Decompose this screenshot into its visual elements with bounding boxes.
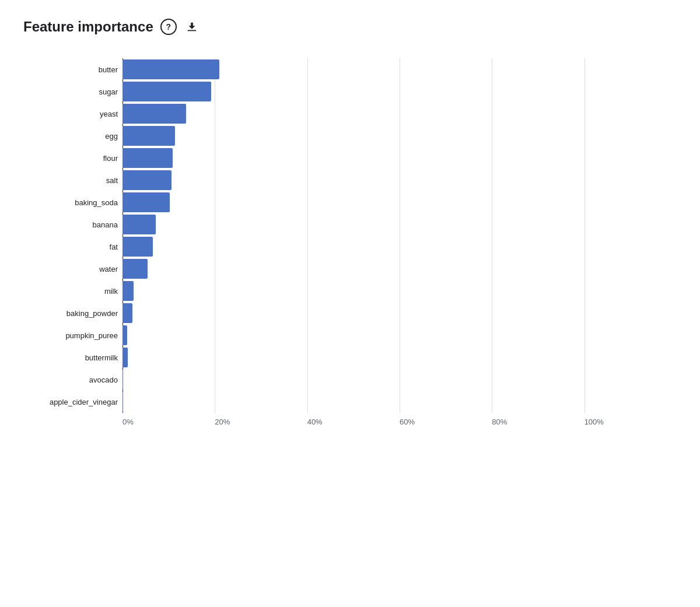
bar bbox=[123, 325, 127, 345]
bar-row bbox=[123, 302, 677, 324]
bar-row bbox=[123, 80, 677, 103]
x-tick-label: 60% bbox=[400, 417, 492, 426]
bar bbox=[123, 192, 170, 212]
bar-row bbox=[123, 58, 677, 80]
bar bbox=[123, 348, 128, 367]
bar-row bbox=[123, 213, 677, 236]
y-label: banana bbox=[93, 213, 118, 236]
y-label: yeast bbox=[100, 103, 118, 125]
y-label: baking_soda bbox=[75, 191, 118, 213]
y-label: flour bbox=[103, 147, 118, 169]
svg-rect-0 bbox=[187, 30, 196, 31]
y-label: milk bbox=[104, 280, 118, 302]
bar-row bbox=[123, 391, 677, 413]
x-tick-label: 0% bbox=[123, 417, 215, 426]
x-tick-label: 80% bbox=[492, 417, 584, 426]
bar bbox=[123, 126, 175, 146]
y-label: sugar bbox=[99, 80, 118, 103]
bar-row bbox=[123, 324, 677, 346]
bars-area bbox=[123, 58, 677, 413]
bar bbox=[123, 303, 132, 323]
y-label: egg bbox=[105, 125, 118, 147]
y-label: avocado bbox=[89, 369, 118, 391]
download-button[interactable] bbox=[184, 19, 200, 35]
bar-row bbox=[123, 125, 677, 147]
y-label: salt bbox=[106, 169, 118, 191]
bar bbox=[123, 170, 172, 190]
bar bbox=[123, 82, 211, 101]
x-tick-label: 40% bbox=[307, 417, 400, 426]
bar-row bbox=[123, 103, 677, 125]
bar bbox=[123, 59, 219, 79]
bar-row bbox=[123, 236, 677, 258]
chart-body: buttersugaryeasteggfloursaltbaking_sodab… bbox=[23, 58, 677, 413]
y-label: pumpkin_puree bbox=[65, 324, 118, 346]
feature-importance-chart: buttersugaryeasteggfloursaltbaking_sodab… bbox=[23, 58, 677, 426]
bar bbox=[123, 281, 134, 301]
chart-title: Feature importance bbox=[23, 19, 153, 35]
y-label: baking_powder bbox=[66, 302, 118, 324]
bar bbox=[123, 104, 186, 124]
bar-row bbox=[123, 191, 677, 213]
y-label: fat bbox=[110, 236, 118, 258]
y-label: buttermilk bbox=[85, 346, 118, 369]
bar bbox=[123, 392, 123, 412]
x-axis: 0%20%40%60%80%100% bbox=[23, 417, 677, 426]
bar-row bbox=[123, 346, 677, 369]
bar bbox=[123, 370, 123, 390]
bar-row bbox=[123, 369, 677, 391]
bar-row bbox=[123, 258, 677, 280]
bar-row bbox=[123, 169, 677, 191]
y-label: butter bbox=[99, 58, 118, 80]
bar bbox=[123, 259, 148, 279]
y-label: water bbox=[99, 258, 118, 280]
bar-row bbox=[123, 147, 677, 169]
x-tick-label: 100% bbox=[584, 417, 677, 426]
bar-row bbox=[123, 280, 677, 302]
x-tick-label: 20% bbox=[215, 417, 307, 426]
help-button[interactable]: ? bbox=[160, 19, 177, 35]
chart-header: Feature importance ? bbox=[23, 19, 677, 35]
bar bbox=[123, 148, 173, 168]
y-label: apple_cider_vinegar bbox=[50, 391, 118, 413]
y-axis-labels: buttersugaryeasteggfloursaltbaking_sodab… bbox=[23, 58, 123, 413]
bar bbox=[123, 237, 153, 257]
bar bbox=[123, 215, 156, 234]
